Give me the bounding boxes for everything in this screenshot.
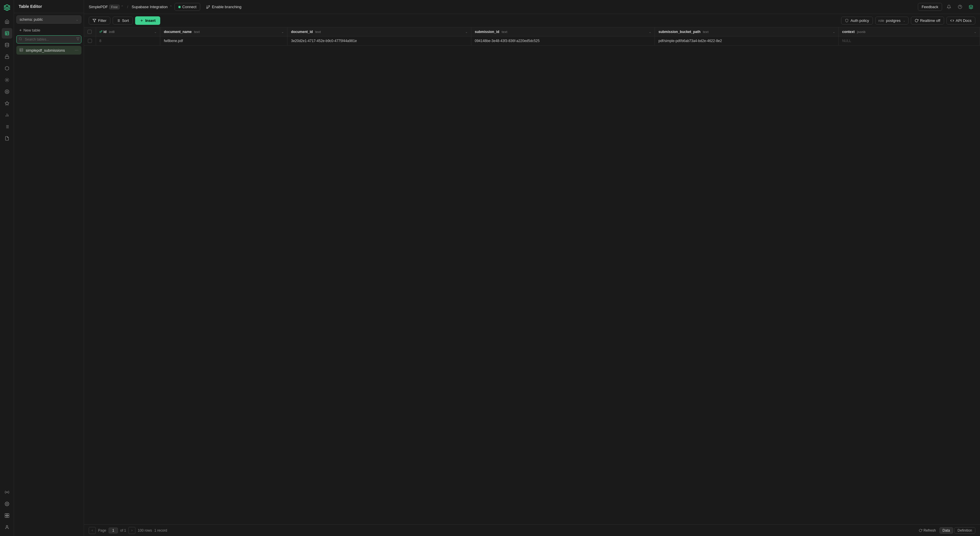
col-name-document-id: document_id	[291, 30, 313, 34]
nav-integrations[interactable]	[2, 487, 12, 498]
col-chevron-document-name[interactable]: ⌄	[282, 30, 284, 34]
cell-submission-bucket-path[interactable]: pdf/simple-pdf/b6ab73a4-bd2e-4622-8e2	[655, 37, 839, 46]
svg-point-7	[5, 89, 9, 93]
col-chevron-id[interactable]: ⌄	[154, 30, 156, 34]
api-docs-button[interactable]: API Docs	[947, 17, 975, 24]
integration-selector[interactable]: Supabase Integration ⌃	[132, 5, 172, 9]
svg-rect-22	[5, 516, 7, 518]
cell-document-name[interactable]: fw8bene.pdf	[160, 37, 288, 46]
svg-point-34	[207, 7, 208, 8]
filter-button[interactable]: Filter	[89, 17, 110, 24]
svg-point-6	[6, 80, 8, 81]
col-type-document-name: text	[194, 30, 200, 34]
nav-home[interactable]	[2, 16, 12, 27]
row-submission-id-value: 094148be-3e48-43f3-836f-a220ed5dc525	[475, 39, 539, 43]
row-document-name-value: fw8bene.pdf	[164, 39, 183, 43]
role-chevron-icon: ⌄	[903, 19, 905, 22]
prev-page-button[interactable]	[89, 527, 96, 534]
nav-reports[interactable]	[2, 110, 12, 120]
sidebar-table-item[interactable]: simplepdf_submissions ···	[16, 46, 81, 54]
svg-line-26	[21, 40, 22, 40]
footer-left: Page of 1 100 rows 1 record	[89, 527, 167, 534]
definition-tab-button[interactable]: Definition	[954, 527, 975, 534]
next-page-button[interactable]	[129, 527, 135, 534]
cell-document-id[interactable]: 3e20d2e1-4717-452e-b9c0-4775f44a981e	[288, 37, 471, 46]
col-name-submission-bucket-path: submission_bucket_path	[659, 30, 700, 34]
col-header-document-name: document_name text ⌄	[160, 27, 288, 37]
sort-button[interactable]: Sort	[113, 17, 133, 24]
nav-logs[interactable]	[2, 121, 12, 132]
page-of-label: of 1	[120, 528, 126, 533]
nav-functions[interactable]	[2, 75, 12, 85]
insert-button[interactable]: Insert	[135, 16, 160, 25]
topbar-right: Feedback	[918, 3, 975, 11]
sidebar-title: Table Editor	[19, 4, 42, 9]
nav-auth[interactable]	[2, 51, 12, 62]
svg-point-18	[6, 491, 8, 493]
nav-storage[interactable]	[2, 63, 12, 73]
icon-nav	[0, 0, 14, 536]
table-name: simplepdf_submissions	[26, 48, 65, 53]
feedback-button[interactable]: Feedback	[918, 3, 942, 11]
col-chevron-document-id[interactable]: ⌄	[465, 30, 468, 34]
refresh-label: Refresh	[924, 528, 936, 533]
row-document-id-value: 3e20d2e1-4717-452e-b9c0-4775f44a981e	[291, 39, 357, 43]
svg-point-25	[19, 38, 22, 40]
role-value: postgres	[886, 18, 900, 23]
col-chevron-submission-id[interactable]: ⌄	[649, 30, 651, 34]
svg-rect-28	[20, 48, 23, 51]
notification-button[interactable]	[944, 3, 953, 11]
nav-ai[interactable]	[2, 98, 12, 108]
col-header-document-id: document_id text ⌄	[288, 27, 471, 37]
new-table-button[interactable]: + New table	[16, 26, 81, 34]
nav-realtime[interactable]	[2, 86, 12, 97]
nav-user[interactable]	[2, 522, 12, 533]
project-chevron-icon: ⌃	[121, 5, 123, 9]
nav-settings[interactable]	[2, 499, 12, 509]
refresh-button[interactable]: Refresh	[916, 528, 938, 533]
col-chevron-submission-bucket-path[interactable]: ⌄	[833, 30, 835, 34]
nav-database[interactable]	[2, 40, 12, 50]
col-chevron-context[interactable]: ⌄	[974, 30, 976, 34]
row-context-value: NULL	[842, 39, 851, 43]
integration-name: Supabase Integration	[132, 5, 168, 9]
rows-per-page: 100 rows	[138, 528, 152, 533]
data-tab-button[interactable]: Data	[939, 527, 953, 534]
table-item-menu-icon[interactable]: ···	[75, 48, 78, 53]
col-header-context: context jsonb ⌄	[838, 27, 980, 37]
branch-icon	[206, 5, 210, 9]
nav-table-editor[interactable]	[2, 28, 12, 38]
header-checkbox[interactable]	[88, 30, 92, 34]
role-selector[interactable]: role postgres ⌄	[875, 17, 908, 24]
page-input[interactable]	[108, 528, 118, 533]
help-button[interactable]	[956, 3, 964, 11]
cell-submission-id[interactable]: 094148be-3e48-43f3-836f-a220ed5dc525	[471, 37, 655, 46]
row-checkbox-cell	[84, 37, 96, 46]
supabase-logo-button[interactable]	[967, 3, 975, 11]
topbar: SimplePDF Free ⌃ / Supabase Integration …	[84, 0, 980, 14]
svg-point-19	[6, 503, 8, 504]
nav-sql[interactable]	[2, 133, 12, 144]
auth-policy-button[interactable]: Auth policy	[841, 17, 873, 24]
col-header-id: id int8 ⌄	[96, 27, 160, 37]
search-input[interactable]	[16, 35, 81, 43]
cell-id[interactable]: 8	[96, 37, 160, 46]
svg-point-24	[6, 525, 8, 527]
breadcrumb-sep: /	[127, 5, 128, 9]
enable-branching-button[interactable]: Enable branching	[202, 3, 245, 11]
project-name[interactable]: SimplePDF Free ⌃	[89, 5, 123, 10]
cell-context[interactable]: NULL	[838, 37, 980, 46]
supabase-logo[interactable]	[2, 2, 12, 13]
svg-rect-5	[5, 56, 9, 58]
connect-button[interactable]: Connect	[175, 3, 200, 11]
footer: Page of 1 100 rows 1 record Refresh Data…	[84, 524, 980, 536]
realtime-button[interactable]: Realtime off	[911, 17, 944, 24]
filter-icon[interactable]	[76, 37, 80, 42]
nav-extensions[interactable]	[2, 510, 12, 521]
schema-selector[interactable]: schema: public ⌄	[16, 16, 81, 24]
row-checkbox[interactable]	[88, 39, 92, 43]
toolbar-right: Auth policy role postgres ⌄ Realtime off…	[841, 17, 975, 24]
feedback-label: Feedback	[922, 5, 938, 9]
svg-marker-37	[93, 19, 96, 22]
schema-label: schema: public	[19, 18, 43, 22]
